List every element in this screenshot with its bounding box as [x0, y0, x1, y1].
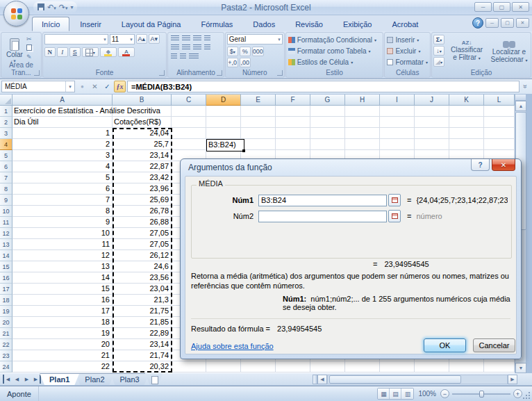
row-header-4[interactable]: 4	[0, 139, 13, 150]
workbook-close-button[interactable]: ✕	[516, 18, 529, 28]
wrap-text-icon[interactable]	[204, 44, 210, 51]
align-right-icon[interactable]	[193, 44, 201, 51]
delete-cells-button[interactable]: Excluir▾	[386, 45, 429, 56]
cell-C4[interactable]	[172, 139, 206, 150]
cell-I4[interactable]	[380, 139, 415, 150]
format-painter-button[interactable]: ✎	[26, 54, 32, 60]
row-header-13[interactable]: 13	[0, 239, 13, 250]
cell-A11[interactable]: 9	[13, 217, 113, 228]
cell-E4[interactable]	[241, 139, 276, 150]
horizontal-scrollbar[interactable]: ◀ ▶	[313, 375, 517, 384]
cell-K1[interactable]	[449, 106, 484, 117]
row-header-12[interactable]: 12	[0, 228, 13, 239]
column-header-C[interactable]: C	[172, 95, 206, 106]
number-dialog-launcher[interactable]	[277, 70, 283, 76]
page-layout-view-button[interactable]: ▤	[390, 388, 401, 399]
cell-E2[interactable]	[241, 117, 276, 128]
cell-J2[interactable]	[415, 117, 449, 128]
cell-G24[interactable]	[310, 361, 345, 373]
orientation-icon[interactable]	[204, 35, 210, 42]
cell-C3[interactable]	[172, 128, 206, 139]
column-header-D[interactable]: D	[206, 95, 241, 106]
tab-início[interactable]: Início	[32, 17, 69, 31]
cell-K2[interactable]	[449, 117, 484, 128]
column-header-F[interactable]: F	[276, 95, 310, 106]
row-header-2[interactable]: 2	[0, 117, 13, 128]
cell-B23[interactable]: 21,74	[113, 350, 172, 361]
cell-A2[interactable]: Dia Útil	[13, 117, 113, 128]
row-header-24[interactable]: 24	[0, 361, 13, 373]
number-format-combo[interactable]: Geral▾	[227, 34, 283, 44]
cell-H3[interactable]	[345, 128, 380, 139]
cell-J4[interactable]	[415, 139, 449, 150]
num1-input[interactable]: B3:B24	[258, 195, 387, 206]
tab-fórmulas[interactable]: Fórmulas	[192, 17, 243, 31]
cell-B24[interactable]: 20,32	[113, 361, 172, 373]
cell-B13[interactable]: 27,05	[113, 239, 172, 250]
cell-B7[interactable]: 23,42	[113, 172, 172, 183]
expand-formula-bar-button[interactable]: «	[519, 81, 531, 92]
shrink-font-button[interactable]: A▾	[149, 34, 160, 44]
num2-range-selector-button[interactable]	[388, 210, 401, 222]
cell-B21[interactable]: 22,89	[113, 328, 172, 339]
workbook-minimize-button[interactable]: ─	[485, 18, 499, 28]
alignment-dialog-launcher[interactable]	[217, 70, 222, 76]
cell-B16[interactable]: 23,56	[113, 272, 172, 284]
cell-A24[interactable]: 22	[13, 361, 113, 373]
cell-H2[interactable]	[345, 117, 380, 128]
insert-cells-button[interactable]: Inserir▾	[386, 34, 429, 45]
scroll-right-button[interactable]: ▶	[508, 375, 517, 384]
cell-B20[interactable]: 21,85	[113, 317, 172, 328]
close-button[interactable]: ✕	[512, 2, 529, 12]
cell-L24[interactable]	[484, 361, 515, 373]
column-header-G[interactable]: G	[310, 95, 345, 106]
increase-indent-icon[interactable]	[180, 54, 186, 60]
column-header-E[interactable]: E	[241, 95, 276, 106]
cell-A10[interactable]: 8	[13, 206, 113, 217]
tab-acrobat[interactable]: Acrobat	[382, 17, 428, 31]
cell-E3[interactable]	[241, 128, 276, 139]
cell-F4[interactable]	[276, 139, 310, 150]
column-header-I[interactable]: I	[380, 95, 415, 106]
tab-revisão[interactable]: Revisão	[285, 17, 333, 31]
cell-A6[interactable]: 4	[13, 161, 113, 172]
underline-button[interactable]: S	[69, 47, 81, 57]
cell-B12[interactable]: 27,05	[113, 228, 172, 239]
row-header-10[interactable]: 10	[0, 206, 13, 217]
row-header-19[interactable]: 19	[0, 306, 13, 317]
cell-G2[interactable]	[310, 117, 345, 128]
align-left-icon[interactable]	[171, 44, 179, 51]
cell-H4[interactable]	[345, 139, 380, 150]
cell-F3[interactable]	[276, 128, 310, 139]
undo-button[interactable]: ↶▾	[47, 3, 56, 12]
horizontal-scroll-thumb[interactable]	[329, 375, 461, 384]
currency-format-button[interactable]: $▾	[227, 47, 238, 56]
zoom-track[interactable]	[452, 393, 510, 395]
row-header-14[interactable]: 14	[0, 250, 13, 261]
cell-D2[interactable]	[206, 117, 241, 128]
borders-button[interactable]: ▾	[82, 47, 99, 57]
cell-A14[interactable]: 12	[13, 250, 113, 261]
zoom-handle[interactable]	[479, 391, 484, 398]
normal-view-button[interactable]: ▦	[378, 388, 390, 399]
num1-range-selector-button[interactable]	[388, 194, 401, 206]
cut-button[interactable]: ✂	[26, 35, 32, 42]
format-as-table-button[interactable]: Formatar como Tabela▾	[288, 45, 382, 56]
previous-sheet-button[interactable]: ◀	[13, 375, 22, 384]
cell-B14[interactable]: 26,12	[113, 250, 172, 261]
row-header-23[interactable]: 23	[0, 350, 13, 361]
cell-B18[interactable]: 21,3	[113, 295, 172, 306]
row-header-18[interactable]: 18	[0, 295, 13, 306]
sheet-tab-plan2[interactable]: Plan2	[75, 373, 114, 385]
grow-font-button[interactable]: A▴	[136, 34, 147, 44]
workbook-restore-button[interactable]: ▢	[501, 18, 514, 28]
office-button[interactable]	[3, 1, 29, 26]
cell-E1[interactable]	[241, 106, 276, 117]
cell-A20[interactable]: 18	[13, 317, 113, 328]
cell-L1[interactable]	[484, 106, 515, 117]
cell-I1[interactable]	[380, 106, 415, 117]
font-size-combo[interactable]: 11▾	[110, 34, 135, 44]
select-all-corner[interactable]	[0, 95, 13, 106]
cell-A12[interactable]: 10	[13, 228, 113, 239]
row-header-21[interactable]: 21	[0, 328, 13, 339]
